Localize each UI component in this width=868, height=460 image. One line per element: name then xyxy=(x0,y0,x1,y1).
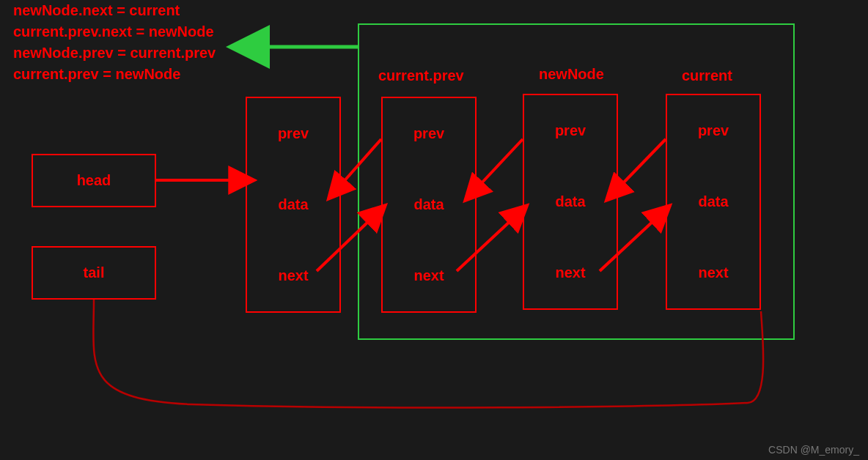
label-current: current xyxy=(682,67,732,84)
node-4-data: data xyxy=(698,193,728,210)
node-2-prev: prev xyxy=(413,125,444,142)
node-1-data: data xyxy=(278,196,308,213)
tail-label: tail xyxy=(84,264,105,281)
head-label: head xyxy=(77,172,111,189)
label-current-prev: current.prev xyxy=(378,67,464,84)
code-line-4: current.prev = newNode xyxy=(13,64,216,85)
node-4-next: next xyxy=(698,264,728,281)
watermark: CSDN @M_emory_ xyxy=(768,444,859,456)
node-1-prev: prev xyxy=(278,125,309,142)
code-block: newNode.next = current current.prev.next… xyxy=(13,0,216,85)
label-new-node: newNode xyxy=(539,66,604,83)
node-3-next: next xyxy=(555,264,585,281)
node-3-prev: prev xyxy=(555,122,586,139)
node-4: prev data next xyxy=(666,94,761,310)
node-1: prev data next xyxy=(246,97,341,313)
node-1-next: next xyxy=(278,267,308,284)
code-line-2: current.prev.next = newNode xyxy=(13,21,216,42)
code-line-1: newNode.next = current xyxy=(13,0,216,21)
node-2-data: data xyxy=(413,196,444,213)
node-2-next: next xyxy=(413,267,444,284)
head-box: head xyxy=(32,154,156,207)
node-3: prev data next xyxy=(523,94,618,310)
node-4-prev: prev xyxy=(698,122,729,139)
node-2: prev data next xyxy=(381,97,477,313)
node-3-data: data xyxy=(555,193,585,210)
code-line-3: newNode.prev = current.prev xyxy=(13,42,216,64)
tail-box: tail xyxy=(32,246,156,300)
